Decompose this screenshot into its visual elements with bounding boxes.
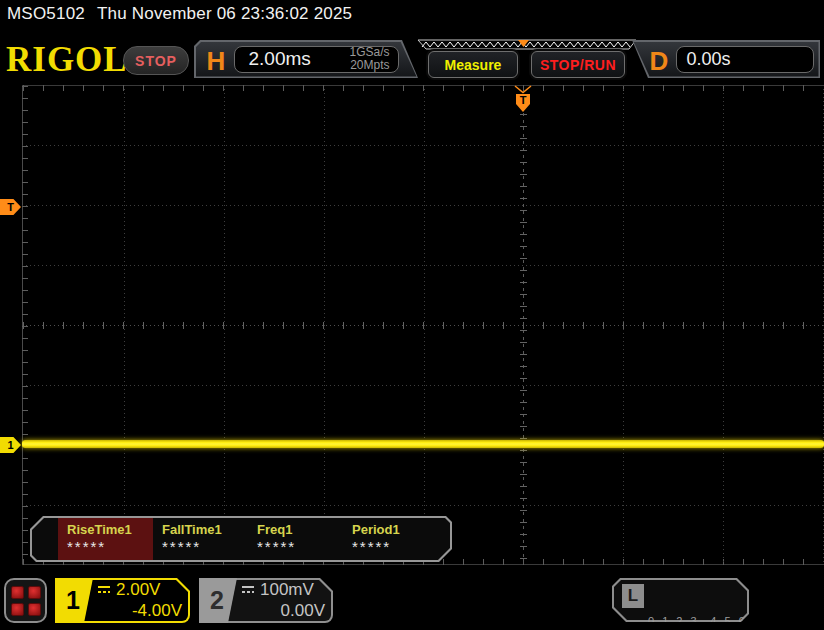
- timebase-readout[interactable]: 2.00ms 1GSa/s20Mpts: [234, 46, 399, 73]
- dc-coupling-icon: [241, 584, 255, 595]
- measurement-panel-body: RiseTime1 ***** FallTime1 ***** Freq1 **…: [32, 518, 450, 560]
- measurement-value: *****: [67, 538, 153, 555]
- measure-button[interactable]: Measure: [428, 51, 518, 78]
- horizontal-timebase-panel[interactable]: H 2.00ms 1GSa/s20Mpts: [194, 40, 418, 78]
- measurement-item-risetime1[interactable]: RiseTime1 *****: [58, 518, 153, 560]
- trigger-level-marker[interactable]: T: [0, 199, 21, 215]
- memory-position-strip[interactable]: [417, 37, 638, 49]
- memory-strip-graphic: [417, 39, 638, 51]
- app-menu-button[interactable]: [4, 578, 47, 623]
- trigger-position-icon: T: [514, 85, 532, 113]
- channel2-values: 100mV 0.00V: [241, 579, 325, 621]
- titlebar: MSO5102Thu November 06 23:36:02 2025: [7, 4, 352, 24]
- datetime: Thu November 06 23:36:02 2025: [97, 4, 352, 23]
- logic-label-tab: L: [622, 584, 644, 608]
- grid: [22, 85, 824, 565]
- logic-channel-numbers: 0 1 2 3 4 5 6 7 8 9 1011 12131415: [648, 581, 745, 630]
- stop-run-button[interactable]: STOP/RUN: [531, 51, 625, 78]
- sample-rate: 1GSa/s: [349, 45, 389, 59]
- memory-depth: 20Mpts: [350, 58, 389, 72]
- measurement-value: *****: [257, 538, 343, 555]
- acquisition-status-badge[interactable]: STOP: [123, 46, 189, 75]
- measurement-label: Period1: [352, 522, 438, 537]
- channel1-values: 2.00V -4.00V: [97, 579, 182, 621]
- delay-panel-body: D 0.00s: [634, 42, 819, 77]
- measurement-panel: RiseTime1 ***** FallTime1 ***** Freq1 **…: [30, 516, 452, 562]
- trigger-delay-panel[interactable]: D 0.00s: [632, 40, 820, 78]
- channel1-trace: [22, 440, 824, 448]
- channel1-block[interactable]: 1 2.00V -4.00V: [55, 578, 190, 623]
- timebase-value: 2.00ms: [235, 48, 311, 70]
- channel1-scale: 2.00V: [116, 580, 160, 600]
- measurement-item-period1[interactable]: Period1 *****: [343, 518, 438, 560]
- logic-analyzer-block[interactable]: L 0 1 2 3 4 5 6 7 8 9 1011 12131415: [612, 578, 749, 622]
- measurement-item-falltime1[interactable]: FallTime1 *****: [153, 518, 248, 560]
- horizontal-panel-body: H 2.00ms 1GSa/s20Mpts: [196, 42, 417, 77]
- measurement-label: FallTime1: [162, 522, 248, 537]
- logic-row1: 0 1 2 3 4 5 6 7: [648, 613, 745, 629]
- measurement-value: *****: [162, 538, 248, 555]
- delay-label: D: [650, 46, 669, 77]
- horizontal-label: H: [207, 46, 226, 77]
- measurement-value: *****: [352, 538, 438, 555]
- measurement-label: Freq1: [257, 522, 343, 537]
- dc-coupling-icon: [97, 584, 111, 595]
- oscilloscope-screen: MSO5102Thu November 06 23:36:02 2025 RIG…: [0, 0, 824, 630]
- channel1-offset: -4.00V: [132, 601, 182, 621]
- model-name: MSO5102: [7, 4, 85, 23]
- channel2-scale: 100mV: [260, 580, 314, 600]
- rigol-logo: RIGOL: [6, 40, 128, 80]
- app-grid-icon: [11, 586, 41, 616]
- measurement-item-freq1[interactable]: Freq1 *****: [248, 518, 343, 560]
- delay-value: 0.00s: [677, 49, 731, 70]
- channel1-ground-marker[interactable]: 1: [0, 437, 21, 453]
- svg-text:T: T: [520, 94, 527, 106]
- channel2-block[interactable]: 2 100mV 0.00V: [199, 578, 333, 623]
- channel2-offset: 0.00V: [281, 601, 325, 621]
- trigger-position-marker[interactable]: T: [514, 85, 532, 113]
- graticule: T: [22, 85, 824, 565]
- sample-rate-readout: 1GSa/s20Mpts: [349, 46, 397, 72]
- measurement-label: RiseTime1: [67, 522, 153, 537]
- delay-readout[interactable]: 0.00s: [676, 46, 814, 73]
